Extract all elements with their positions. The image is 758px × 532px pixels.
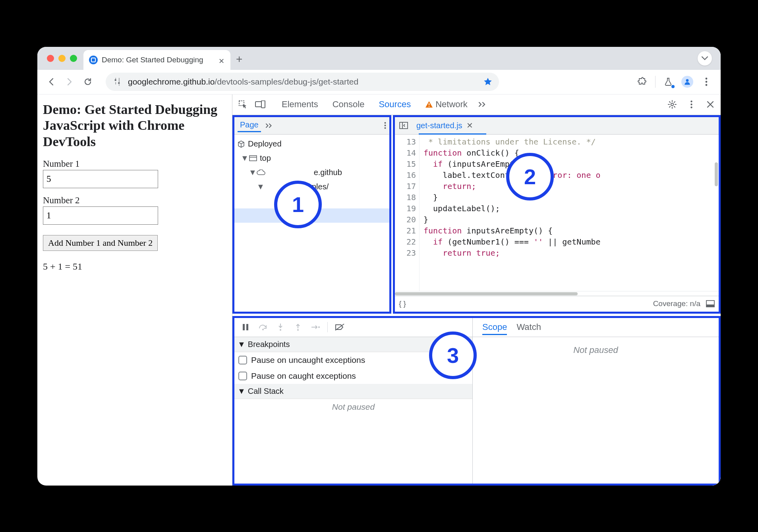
window-icon: [249, 154, 257, 163]
svg-point-15: [385, 122, 386, 124]
editor-file-tab[interactable]: get-started.js ✕: [414, 119, 476, 132]
separator: [327, 322, 328, 332]
editor-footer: { } Coverage: n/a: [395, 296, 719, 312]
url-text: googlechrome.github.io/devtools-samples/…: [128, 77, 358, 87]
svg-point-1: [118, 82, 120, 84]
tab-title: Demo: Get Started Debugging: [102, 56, 215, 64]
tab-sources[interactable]: Sources: [371, 94, 418, 115]
svg-point-29: [318, 326, 320, 328]
profile-avatar[interactable]: [679, 74, 695, 90]
number2-label: Number 2: [43, 195, 226, 206]
number2-input[interactable]: [43, 206, 158, 225]
devtools-tab-bar: Elements Console Sources Network: [232, 94, 721, 115]
svg-point-3: [706, 78, 708, 80]
inspect-element-icon[interactable]: [234, 96, 251, 113]
close-tab-button[interactable]: ✕: [219, 57, 225, 63]
labs-icon[interactable]: [660, 74, 676, 90]
titlebar: Demo: Get Started Debugging ✕ +: [37, 47, 721, 70]
page-viewport: Demo: Get Started Debugging JavaScript w…: [37, 94, 232, 486]
more-tabs-button[interactable]: [475, 102, 491, 107]
navigator-more-tabs[interactable]: [266, 123, 273, 128]
result-text: 5 + 1 = 51: [43, 261, 226, 272]
pretty-print-icon[interactable]: { }: [399, 299, 406, 308]
settings-gear-icon[interactable]: [663, 96, 681, 113]
debugger-pane: ▼Breakpoints Pause on uncaught exception…: [232, 316, 721, 486]
svg-point-11: [671, 103, 673, 106]
tree-origin[interactable]: ▼ googlechrome.github: [234, 166, 389, 180]
tab-watch[interactable]: Watch: [516, 322, 541, 332]
step-out-button[interactable]: [290, 319, 306, 335]
code-text: * limitations under the License. */ func…: [420, 135, 719, 291]
svg-point-28: [297, 329, 299, 331]
devtools-panel: Elements Console Sources Network: [232, 94, 721, 486]
tree-top[interactable]: ▼ top: [234, 151, 389, 166]
page-heading: Demo: Get Started Debugging JavaScript w…: [43, 102, 226, 150]
browser-tab[interactable]: Demo: Get Started Debugging ✕: [83, 50, 230, 70]
content-area: Demo: Get Started Debugging JavaScript w…: [37, 94, 721, 486]
horizontal-scrollbar[interactable]: [395, 292, 578, 295]
step-button[interactable]: [307, 319, 323, 335]
svg-point-16: [385, 125, 386, 126]
back-button[interactable]: [44, 74, 59, 89]
close-devtools-icon[interactable]: [702, 96, 719, 113]
step-into-button[interactable]: [273, 319, 288, 335]
callstack-not-paused: Not paused: [234, 399, 472, 415]
scope-not-paused: Not paused: [473, 345, 719, 355]
pause-button[interactable]: [238, 319, 253, 335]
close-window-button[interactable]: [47, 55, 54, 62]
scope-watch-tabs: Scope Watch: [473, 318, 719, 337]
devtools-kebab-icon[interactable]: [683, 96, 700, 113]
tab-scope[interactable]: Scope: [482, 322, 507, 335]
separator: [655, 76, 656, 88]
checkbox-icon[interactable]: [238, 372, 247, 380]
svg-rect-10: [429, 106, 429, 107]
svg-rect-24: [243, 324, 245, 330]
svg-point-4: [706, 81, 708, 83]
tab-console[interactable]: Console: [325, 94, 372, 115]
tab-elements[interactable]: Elements: [275, 94, 325, 115]
deactivate-breakpoints-button[interactable]: [332, 319, 348, 335]
toggle-bottom-icon[interactable]: [706, 300, 715, 307]
navigator-kebab-icon[interactable]: [384, 122, 386, 129]
favicon-icon: [89, 56, 98, 64]
extensions-icon[interactable]: [634, 74, 650, 90]
svg-rect-23: [706, 305, 714, 307]
navigator-tab-page[interactable]: Page: [238, 119, 261, 132]
reload-button[interactable]: [80, 74, 95, 89]
code-editor[interactable]: 1314151617181920212223 * limitations und…: [395, 135, 719, 291]
bookmark-star-icon[interactable]: [483, 77, 493, 87]
minimize-window-button[interactable]: [58, 55, 66, 62]
svg-rect-9: [429, 103, 429, 105]
zoom-window-button[interactable]: [70, 55, 77, 62]
svg-point-2: [686, 79, 689, 82]
callstack-section-header[interactable]: ▼Call Stack: [234, 384, 472, 399]
device-toolbar-icon[interactable]: [251, 96, 269, 113]
warning-icon: [425, 101, 433, 108]
new-tab-button[interactable]: +: [236, 53, 242, 66]
tab-search-button[interactable]: [698, 51, 712, 66]
svg-point-26: [262, 329, 264, 330]
svg-point-5: [706, 84, 708, 86]
annotation-circle-1: 1: [274, 181, 322, 228]
step-over-button[interactable]: [255, 319, 271, 335]
window-controls: [47, 55, 77, 62]
cube-icon: [237, 140, 246, 148]
toggle-navigator-icon[interactable]: [397, 119, 410, 132]
browser-toolbar: googlechrome.github.io/devtools-samples/…: [37, 70, 721, 94]
tree-deployed[interactable]: Deployed: [234, 137, 389, 151]
svg-rect-18: [249, 156, 257, 161]
vertical-scrollbar[interactable]: [715, 162, 718, 186]
tab-network[interactable]: Network: [418, 94, 475, 115]
address-bar[interactable]: googlechrome.github.io/devtools-samples/…: [106, 73, 499, 91]
close-file-tab-icon[interactable]: ✕: [466, 121, 473, 130]
site-settings-icon[interactable]: [112, 77, 122, 87]
navigator-pane: Page Deployed: [232, 115, 391, 314]
kebab-menu-button[interactable]: [698, 74, 714, 90]
annotation-circle-3: 3: [429, 332, 477, 379]
add-button[interactable]: Add Number 1 and Number 2: [43, 235, 158, 251]
forward-button[interactable]: [62, 74, 77, 89]
number1-label: Number 1: [43, 159, 226, 169]
svg-point-12: [690, 100, 692, 102]
number1-input[interactable]: [43, 170, 158, 188]
checkbox-icon[interactable]: [238, 356, 247, 364]
